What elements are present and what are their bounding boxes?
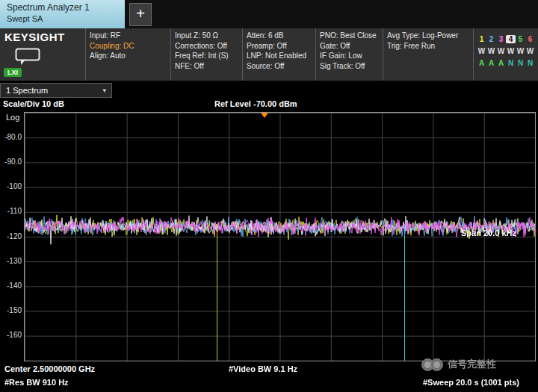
y-axis-label: -120 [0,232,22,240]
trace-status-panel[interactable]: 123456 WWWWWW AAANNN [473,28,537,81]
center-marker-icon [261,113,268,118]
trace-state[interactable]: N [525,59,535,67]
center-freq-readout[interactable]: Center 2.50000000 GHz [4,364,95,373]
trace-1-number[interactable]: 1 [477,35,486,43]
span-readout[interactable]: Span 20.0 kHz [461,228,516,237]
y-axis-label: -100 [0,182,22,190]
trace-type[interactable]: W [506,47,516,55]
graticule[interactable] [24,112,536,361]
trace-state[interactable]: N [506,59,516,67]
trace-5-number[interactable]: 5 [516,35,525,43]
trace-numbers-row: 123456 [477,31,537,43]
tab-subtitle: Swept SA [7,13,118,24]
status-line: Freq Ref: Int (S) [175,51,238,61]
status-line: Source: Off [247,61,312,72]
status-line: Preamp: Off [247,41,312,52]
trace-type[interactable]: W [486,47,496,55]
status-group-atten[interactable]: Atten: 6 dB Preamp: Off LNP: Not Enabled… [242,28,315,81]
trace-state[interactable]: A [486,59,496,67]
trace-type[interactable]: W [516,47,525,55]
chevron-down-icon: ▾ [102,87,106,94]
status-line: Input Z: 50 Ω [175,31,238,41]
status-line: Sig Track: Off [320,61,379,72]
keysight-logo: KEYSIGHT [4,31,65,43]
y-axis-label: -130 [0,257,22,265]
status-line: Avg Type: Log-Power [387,31,469,41]
y-axis-label: -110 [0,207,22,215]
sweep-readout[interactable]: #Sweep 20.0 s (1001 pts) [423,378,519,387]
spectrum-analyzer-screen: Spectrum Analyzer 1 Swept SA + KEYSIGHT … [0,0,538,392]
trace-state[interactable]: A [477,59,486,67]
trace-4-number-selected[interactable]: 4 [506,35,516,43]
watermark-logo-icon [430,358,443,371]
status-line: Coupling: DC [90,41,167,52]
trace-type[interactable]: W [477,47,486,55]
tab-spectrum-analyzer-1[interactable]: Spectrum Analyzer 1 Swept SA [0,0,125,28]
trace-type[interactable]: W [496,47,506,55]
trace-state[interactable]: A [496,59,506,67]
trace-6-number[interactable]: 6 [525,35,535,43]
status-line: Input: RF [90,31,167,41]
tab-title: Spectrum Analyzer 1 [7,2,118,13]
trace-canvas [25,113,535,361]
window-selector[interactable]: 1 Spectrum ▾ [0,83,112,98]
status-line: IF Gain: Low [320,51,379,61]
status-line: Corrections: Off [175,41,238,52]
status-line: Gate: Off [320,41,379,52]
log-scale-label: Log [6,113,19,122]
status-group-corrections[interactable]: Input Z: 50 Ω Corrections: Off Freq Ref:… [170,28,242,81]
watermark: 信号完整性 [421,357,496,372]
status-header: KEYSIGHT LXI Input: RF Coupling: DC Alig… [0,28,538,81]
status-line: Align: Auto [90,51,167,61]
lxi-badge: LXI [4,68,22,77]
y-axis-label: -80.0 [0,133,22,141]
video-bw-readout[interactable]: #Video BW 9.1 Hz [229,364,297,373]
status-line: LNP: Not Enabled [247,51,312,61]
status-line: Trig: Free Run [387,41,469,52]
message-bubble-icon [15,48,42,67]
y-axis-label: -150 [0,306,22,314]
trace-state[interactable]: N [516,59,525,67]
watermark-text: 信号完整性 [448,358,496,371]
trace-3-number[interactable]: 3 [496,35,506,43]
trace-states-row: AAANNN [477,55,537,67]
status-group-input[interactable]: Input: RF Coupling: DC Align: Auto [85,28,170,81]
trace-types-row: WWWWWW [477,43,537,55]
add-tab-button[interactable]: + [129,3,152,26]
window-selector-label: 1 Spectrum [6,86,48,95]
res-bw-readout[interactable]: #Res BW 910 Hz [4,378,69,387]
status-group-avg-trig[interactable]: Avg Type: Log-Power Trig: Free Run [383,28,472,81]
trace-2-number[interactable]: 2 [486,35,496,43]
ref-level-readout[interactable]: Ref Level -70.00 dBm [214,99,297,108]
scale-per-div-readout[interactable]: Scale/Div 10 dB [3,99,64,108]
status-line: NFE: Off [175,61,238,72]
y-axis-label: -90.0 [0,158,22,166]
status-line: PNO: Best Close [320,31,379,41]
y-axis-label: -140 [0,281,22,290]
y-axis-label: -160 [0,331,22,339]
status-group-pno[interactable]: PNO: Best Close Gate: Off IF Gain: Low S… [315,28,383,81]
trace-type[interactable]: W [525,47,535,55]
status-line: Atten: 6 dB [247,31,312,41]
